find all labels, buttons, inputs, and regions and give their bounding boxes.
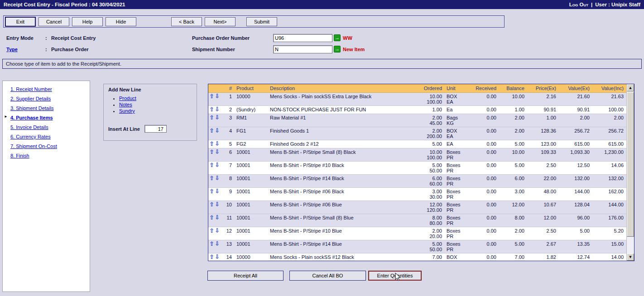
sidebar-link-6-currency-rates[interactable]: 6. Currency Rates — [10, 134, 51, 139]
add-line-link-product[interactable]: Product — [119, 95, 136, 101]
receipt-all-button[interactable]: Receipt All — [207, 271, 284, 281]
cell-price-ex: 90.91 — [527, 107, 559, 113]
sidebar-link-5-invoice-details[interactable]: 5. Invoice Details — [10, 124, 48, 130]
sidebar-link-2-supplier-details[interactable]: 2. Supplier Details — [10, 96, 51, 101]
insert-at-line-input[interactable] — [144, 125, 167, 133]
move-down-icon[interactable]: ⇩ — [215, 202, 220, 213]
table-row[interactable]: ⇧⇩5FG2Finished Goods 2 #125.00EA0.005.00… — [208, 140, 626, 148]
toolbar-button-help[interactable]: Help — [72, 17, 103, 26]
cell-line: 2.00 — [418, 128, 442, 134]
move-down-icon[interactable]: ⇩ — [215, 241, 220, 252]
sidebar-link-8-finish[interactable]: 8. Finish — [10, 153, 29, 158]
sidebar-link-4-purchase-items[interactable]: 4. Purchase Items — [10, 115, 53, 120]
cell-price-ex: 2.16 — [527, 94, 559, 105]
table-row[interactable]: ⇧⇩1010001Mens B-Shirt - P/Stripe #06 Blu… — [208, 201, 626, 214]
cell-num: 3 — [222, 115, 235, 126]
table-row[interactable]: ⇧⇩1210001Mens B-Shirt - P/Stripe #10 Blu… — [208, 227, 626, 240]
sidebar-link-1-receipt-number[interactable]: 1. Receipt Number — [10, 86, 52, 92]
move-up-icon[interactable]: ⇧ — [209, 176, 214, 186]
move-up-icon[interactable]: ⇧ — [209, 228, 214, 239]
move-down-icon[interactable]: ⇩ — [215, 254, 220, 261]
move-up-icon[interactable]: ⇧ — [209, 141, 214, 147]
table-row[interactable]: ⇧⇩1110001Mens B-Shirt - P/Stripe Small (… — [208, 214, 626, 227]
shipment-lookup-arrow-icon[interactable]: → — [334, 46, 341, 53]
scroll-down-icon[interactable]: ▼ — [627, 253, 634, 261]
move-down-icon[interactable]: ⇩ — [215, 189, 220, 200]
move-up-icon[interactable]: ⇧ — [209, 162, 214, 173]
cell-value-ex: 12.74 — [559, 254, 592, 261]
table-row[interactable]: ⇧⇩3RM1Raw Material #12.0045.00BagsKG0.00… — [208, 114, 626, 127]
table-row[interactable]: ⇧⇩1310001Mens B-Shirt - P/Stripe #14 Blu… — [208, 240, 626, 253]
row-move-icons: ⇧⇩ — [208, 149, 222, 160]
table-row[interactable]: ⇧⇩110000Mens Socks - Plain sockSS Extra … — [208, 93, 626, 106]
cell-num: 12 — [222, 228, 235, 239]
move-down-icon[interactable]: ⇩ — [215, 141, 220, 147]
shipment-number-input[interactable] — [273, 45, 332, 53]
move-up-icon[interactable]: ⇧ — [209, 115, 214, 126]
cell-line: Boxes — [447, 189, 466, 194]
move-down-icon[interactable]: ⇩ — [215, 162, 220, 173]
cell-received: 0.00 — [466, 141, 499, 147]
insert-at-line-label: Insert At Line — [108, 126, 140, 132]
move-up-icon[interactable]: ⇧ — [209, 94, 214, 105]
table-row[interactable]: ⇧⇩810001Mens B-Shirt - P/Stripe #14 Blac… — [208, 175, 626, 188]
cell-line: 50.00 — [418, 247, 442, 252]
table-scrollbar[interactable]: ▲ ▼ — [626, 84, 634, 261]
toolbar-button-hide[interactable]: Hide — [106, 17, 136, 26]
cell-ordered: 12.00120.00 — [418, 202, 445, 213]
cell-description: Mens Socks - Plain sockSS Extra Large Bl… — [268, 94, 418, 105]
toolbar-button-submit[interactable]: Submit — [246, 17, 277, 26]
move-down-icon[interactable]: ⇩ — [215, 149, 220, 160]
cell-balance: 12.00 — [499, 202, 527, 213]
move-up-icon[interactable]: ⇧ — [209, 241, 214, 252]
move-up-icon[interactable]: ⇧ — [209, 254, 214, 261]
table-row[interactable]: ⇧⇩910001Mens B-Shirt - P/Stripe #06 Blac… — [208, 188, 626, 201]
move-down-icon[interactable]: ⇩ — [215, 215, 220, 226]
move-down-icon[interactable]: ⇩ — [215, 94, 220, 105]
toolbar-button-back[interactable]: < Back — [171, 17, 202, 26]
po-lookup-arrow-icon[interactable]: → — [334, 34, 341, 41]
toolbar-button-exit[interactable]: Exit — [5, 17, 36, 27]
add-line-item-sundry: Sundry — [119, 108, 197, 114]
type-value: Purchase Order — [51, 47, 89, 52]
toolbar-button-next[interactable]: Next> — [205, 17, 235, 26]
column-header-received: Received — [466, 86, 499, 91]
move-up-icon[interactable]: ⇧ — [209, 202, 214, 213]
cell-ordered: 5.0050.00 — [418, 241, 445, 252]
move-up-icon[interactable]: ⇧ — [209, 149, 214, 160]
cell-unit: BoxesPR — [445, 241, 466, 252]
sidebar-item-5-invoice-details: 5. Invoice Details — [10, 123, 90, 132]
cell-ordered: 8.0080.00 — [418, 215, 445, 226]
logout-link[interactable]: Log Out — [569, 2, 588, 7]
cell-value-ex: 144.00 — [559, 189, 592, 200]
add-line-link-sundry[interactable]: Sundry — [119, 108, 135, 114]
toolbar-button-cancel[interactable]: Cancel — [38, 17, 69, 26]
shipment-status-text: New Item — [343, 47, 365, 52]
add-line-item-product: Product — [119, 95, 197, 101]
add-line-link-notes[interactable]: Notes — [119, 102, 132, 107]
scroll-up-icon[interactable]: ▲ — [627, 84, 634, 91]
move-down-icon[interactable]: ⇩ — [215, 107, 220, 113]
move-up-icon[interactable]: ⇧ — [209, 215, 214, 226]
po-number-input[interactable] — [273, 34, 332, 42]
table-row[interactable]: ⇧⇩4FG1Finished Goods 12.00200.00BOXEA0.0… — [208, 127, 626, 140]
sidebar-link-3-shipment-details[interactable]: 3. Shipment Details — [10, 105, 53, 111]
move-down-icon[interactable]: ⇩ — [215, 115, 220, 126]
sidebar-link-7-shipment-on-cost[interactable]: 7. Shipment On-Cost — [10, 143, 57, 149]
cancel-all-bo-button[interactable]: Cancel All BO — [289, 271, 366, 281]
move-up-icon[interactable]: ⇧ — [209, 128, 214, 139]
move-down-icon[interactable]: ⇩ — [215, 228, 220, 239]
table-row[interactable]: ⇧⇩2(Sundry)NON-STOCK PURCHASE JUST FOR F… — [208, 106, 626, 114]
cell-line: EA — [447, 99, 466, 105]
cell-unit: BoxesPR — [445, 189, 466, 200]
table-row[interactable]: ⇧⇩610001Mens B-Shirt - P/Stripe Small (8… — [208, 148, 626, 162]
type-link[interactable]: Type — [6, 47, 18, 52]
scrollbar-thumb[interactable] — [627, 92, 634, 237]
move-down-icon[interactable]: ⇩ — [215, 128, 220, 139]
table-row[interactable]: ⇧⇩710001Mens B-Shirt - P/Stripe #10 Blac… — [208, 162, 626, 175]
move-down-icon[interactable]: ⇩ — [215, 176, 220, 186]
move-up-icon[interactable]: ⇧ — [209, 189, 214, 200]
table-row[interactable]: ⇧⇩1410000Mens Socks - Plain sockSS #12 B… — [208, 253, 626, 261]
move-up-icon[interactable]: ⇧ — [209, 107, 214, 113]
cell-value-ex: 2.00 — [559, 115, 592, 126]
